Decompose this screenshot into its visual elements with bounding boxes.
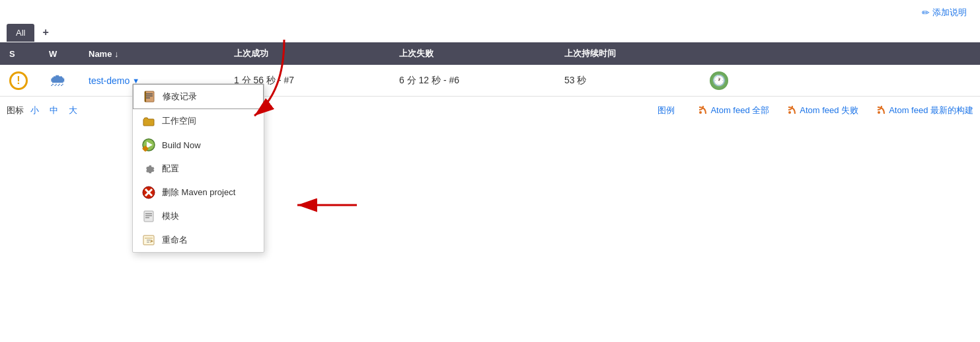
legend-link[interactable]: 图例 (658, 105, 675, 116)
pencil-icon: ✏ (922, 7, 930, 18)
size-small-link[interactable]: 小 (30, 105, 39, 116)
atom-feed-fail-link[interactable]: Atom feed 失败 (788, 105, 858, 116)
add-desc-label: 添加说明 (932, 7, 967, 19)
col-last-failure: 上次失败 (396, 48, 562, 60)
top-bar: ✏ 添加说明 (0, 0, 980, 22)
menu-item-build_now[interactable]: Build Now (133, 133, 264, 157)
name-col: test-demo ▼ 修改记录工作空间Build Now配置删除 Maven … (86, 75, 231, 86)
last-duration-col: 53 秒 (562, 75, 707, 87)
menu-label-build_now: Build Now (162, 140, 201, 150)
weather-col: 🌧 (46, 70, 86, 91)
menu-item-rename[interactable]: 重命名 (133, 228, 264, 252)
tab-all[interactable]: All (7, 24, 34, 42)
atom-feed-fail-icon (788, 105, 797, 116)
menu-label-config: 配置 (162, 163, 179, 175)
size-medium-link[interactable]: 中 (50, 105, 58, 116)
menu-label-workspace: 工作空间 (162, 115, 196, 127)
col-last-success: 上次成功 (231, 48, 396, 60)
menu-item-changelog[interactable]: 修改记录 (133, 84, 264, 109)
schedule-icon: 🕐 (710, 71, 728, 90)
context-menu: 修改记录工作空间Build Now配置删除 Maven project模块重命名 (132, 83, 264, 253)
svg-point-20 (878, 111, 880, 114)
menu-item-config[interactable]: 配置 (133, 157, 264, 181)
atom-feed-all-link[interactable]: Atom feed 全部 (698, 105, 769, 116)
table-header: S W Name ↓ 上次成功 上次失败 上次持续时间 (0, 42, 980, 65)
col-w: W (46, 49, 86, 59)
menu-item-workspace[interactable]: 工作空间 (133, 109, 264, 133)
menu-label-rename: 重命名 (162, 234, 188, 246)
size-large-link[interactable]: 大 (69, 105, 77, 116)
icon-size-label: 图标 (7, 105, 24, 116)
status-col: ! (7, 71, 46, 90)
menu-icon-changelog (143, 90, 156, 103)
menu-icon-config (142, 162, 155, 175)
svg-point-18 (699, 111, 702, 114)
col-s: S (7, 49, 46, 59)
menu-icon-build_now (142, 138, 155, 151)
last-failure-col: 6 分 12 秒 - #6 (396, 75, 562, 87)
menu-icon-rename (142, 234, 155, 247)
menu-icon-delete (142, 186, 155, 199)
status-warning-icon: ! (9, 71, 28, 90)
col-last-duration: 上次持续时间 (562, 48, 707, 60)
menu-label-delete: 删除 Maven project (162, 187, 235, 198)
atom-feed-latest-link[interactable]: Atom feed 最新的构建 (877, 105, 973, 116)
add-description-link[interactable]: ✏ 添加说明 (922, 7, 967, 19)
svg-rect-0 (145, 91, 154, 102)
svg-point-19 (788, 111, 791, 114)
table-row: ! 🌧 test-demo ▼ 修改记录工作空间Build Now配置删除 Ma… (0, 65, 980, 97)
menu-label-module: 模块 (162, 210, 179, 222)
menu-item-delete[interactable]: 删除 Maven project (133, 181, 264, 204)
svg-rect-11 (144, 211, 153, 222)
atom-feed-latest-icon (877, 105, 886, 116)
menu-icon-module (142, 210, 155, 223)
tabs-row: All + (0, 22, 980, 42)
menu-label-changelog: 修改记录 (163, 91, 197, 103)
tab-add-button[interactable]: + (36, 22, 55, 42)
atom-feed-all-icon (698, 105, 708, 116)
menu-item-module[interactable]: 模块 (133, 204, 264, 228)
col-name[interactable]: Name ↓ (86, 49, 231, 59)
schedule-col: 🕐 (707, 71, 747, 90)
weather-rain-icon: 🌧 (49, 70, 66, 90)
menu-icon-workspace (142, 114, 155, 128)
